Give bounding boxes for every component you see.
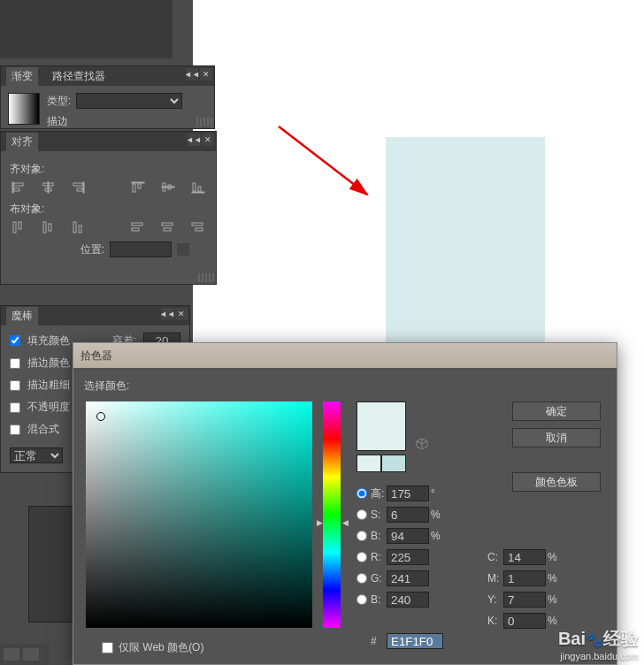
- h-unit: °: [431, 487, 443, 500]
- svg-rect-21: [43, 222, 46, 233]
- blend-mode-label: 混合式: [27, 422, 59, 437]
- web-only-checkbox[interactable]: [102, 642, 113, 654]
- svg-rect-24: [79, 225, 81, 233]
- fill-color-checkbox[interactable]: [10, 335, 20, 346]
- stroke-weight-label: 描边粗细: [27, 378, 70, 393]
- k-label: K:: [487, 615, 503, 627]
- opacity-checkbox[interactable]: [10, 402, 20, 413]
- gradient-swatch[interactable]: [8, 93, 40, 125]
- dist-bottom-icon[interactable]: [70, 220, 88, 234]
- svg-rect-26: [132, 228, 139, 231]
- distribute-objects-label: 布对象:: [10, 202, 207, 217]
- svg-rect-3: [14, 188, 19, 191]
- m-unit: %: [548, 572, 560, 585]
- cancel-button[interactable]: 取消: [512, 428, 601, 447]
- s-radio[interactable]: [356, 509, 367, 520]
- swatches-button[interactable]: 颜色色板: [512, 472, 601, 492]
- k-unit: %: [548, 615, 560, 627]
- resize-grip[interactable]: [196, 118, 212, 126]
- svg-rect-2: [14, 183, 23, 186]
- align-hcenter-icon[interactable]: [40, 180, 58, 195]
- c-label: C:: [487, 551, 503, 563]
- b-input[interactable]: [387, 528, 429, 544]
- nav-next-icon[interactable]: [23, 648, 39, 661]
- tab-magic-wand[interactable]: 魔棒: [6, 307, 38, 325]
- g-input[interactable]: [387, 570, 429, 586]
- align-top-icon[interactable]: [129, 180, 147, 195]
- panel-collapse-icon[interactable]: ◄◄: [188, 134, 200, 146]
- svg-rect-16: [192, 192, 204, 193]
- hex-input[interactable]: [387, 633, 443, 649]
- blend-mode-checkbox[interactable]: [10, 424, 20, 435]
- svg-rect-20: [19, 222, 21, 229]
- color-picker-dialog: 拾色器 选择颜色: 确定 取消 颜色色板 高:° S:% B:% R:: [73, 342, 617, 665]
- gradient-panel: ◄◄✕ 渐变 路径查找器 类型: 描边: [0, 65, 215, 129]
- panel-close-icon[interactable]: ✕: [202, 134, 214, 146]
- dist-vcenter-icon[interactable]: [40, 220, 58, 234]
- svg-rect-11: [133, 184, 135, 192]
- ok-button[interactable]: 确定: [512, 401, 601, 421]
- y-input[interactable]: [503, 592, 546, 608]
- align-panel: ◄◄✕ 对齐 齐对象: 布对象: 位置:: [0, 131, 217, 285]
- position-input[interactable]: [110, 241, 172, 257]
- g-radio[interactable]: [356, 573, 367, 584]
- tab-pathfinder[interactable]: 路径查找器: [47, 67, 111, 86]
- align-bottom-icon[interactable]: [189, 180, 207, 195]
- r-input[interactable]: [387, 549, 429, 565]
- svg-rect-10: [132, 182, 144, 183]
- r-label: R:: [371, 551, 387, 563]
- saturation-value-field[interactable]: [86, 401, 312, 628]
- r-radio[interactable]: [356, 552, 367, 562]
- type-label: 类型:: [47, 94, 71, 109]
- g-label: G:: [371, 572, 387, 585]
- color-preview-compare[interactable]: [356, 455, 406, 472]
- b-radio[interactable]: [356, 531, 367, 541]
- m-label: M:: [487, 572, 503, 585]
- b2-radio[interactable]: [356, 594, 367, 605]
- svg-rect-12: [138, 184, 141, 188]
- panel-collapse-icon[interactable]: ◄◄: [161, 308, 173, 320]
- watermark: Bai🐾经验 jingyan.baidu.com: [558, 627, 639, 661]
- nav-prev-icon[interactable]: [4, 648, 19, 661]
- panel-close-icon[interactable]: ✕: [175, 308, 188, 320]
- panel-collapse-icon[interactable]: ◄◄: [186, 68, 198, 80]
- svg-rect-9: [77, 188, 82, 191]
- svg-rect-22: [49, 224, 51, 231]
- tab-align[interactable]: 对齐: [6, 133, 38, 151]
- b2-input[interactable]: [387, 592, 429, 608]
- dist-right-icon[interactable]: [189, 220, 207, 234]
- k-input[interactable]: [503, 613, 546, 629]
- hue-slider[interactable]: [323, 401, 341, 628]
- svg-rect-27: [162, 223, 172, 225]
- gradient-type-select[interactable]: [76, 93, 182, 109]
- dist-left-icon[interactable]: [129, 220, 147, 234]
- panel-close-icon[interactable]: ✕: [200, 68, 212, 80]
- svg-rect-18: [198, 187, 201, 191]
- opacity-label: 不透明度: [27, 400, 70, 415]
- c-unit: %: [548, 551, 560, 563]
- align-vcenter-icon[interactable]: [159, 180, 177, 195]
- resize-grip[interactable]: [198, 273, 214, 282]
- m-input[interactable]: [503, 570, 546, 586]
- dist-hcenter-icon[interactable]: [159, 220, 177, 234]
- align-right-icon[interactable]: [70, 180, 88, 195]
- fill-color-label: 填充颜色: [27, 333, 70, 348]
- position-stepper[interactable]: [177, 243, 189, 256]
- dist-top-icon[interactable]: [10, 220, 27, 234]
- stroke-weight-checkbox[interactable]: [10, 380, 20, 391]
- tab-gradient[interactable]: 渐变: [6, 67, 38, 86]
- stroke-color-checkbox[interactable]: [10, 358, 20, 369]
- h-input[interactable]: [387, 485, 429, 501]
- dialog-titlebar[interactable]: 拾色器: [73, 343, 617, 368]
- align-left-icon[interactable]: [10, 180, 27, 195]
- c-input[interactable]: [503, 549, 546, 565]
- b-label: B:: [371, 530, 387, 542]
- sample-rectangle[interactable]: [386, 137, 545, 342]
- s-input[interactable]: [387, 507, 429, 523]
- y-unit: %: [548, 593, 560, 606]
- svg-rect-25: [132, 223, 142, 225]
- h-radio[interactable]: [356, 488, 367, 499]
- bottom-bar: [0, 644, 50, 665]
- blend-mode-select[interactable]: 正常: [10, 447, 63, 463]
- svg-rect-28: [164, 228, 171, 231]
